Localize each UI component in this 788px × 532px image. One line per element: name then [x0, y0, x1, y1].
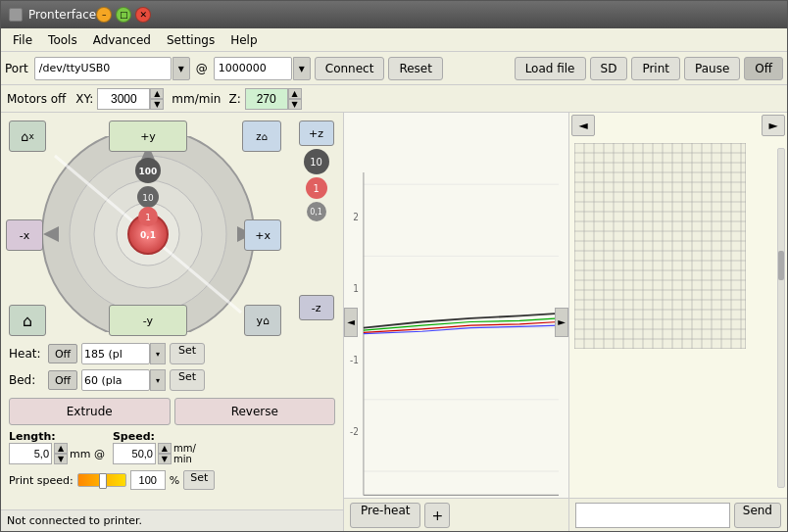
print-speed-slider[interactable]	[77, 473, 126, 487]
xy-speed-spinbox[interactable]: ▲ ▼	[97, 88, 164, 110]
bed-value: 60 (pla	[84, 374, 123, 387]
z-speed-1[interactable]: 1	[306, 177, 327, 199]
grid-display	[569, 138, 787, 498]
jog-area: ⌂x +y z⌂	[1, 113, 343, 338]
chart-scroll-left[interactable]: ◄	[344, 308, 358, 337]
z-speed-spinners[interactable]: ▲ ▼	[288, 88, 302, 110]
extrude-button[interactable]: Extrude	[9, 398, 171, 425]
z-speed-down[interactable]: ▼	[288, 99, 302, 110]
home-bottom-icon: ⌂	[23, 312, 32, 330]
y-minus-button[interactable]: -y	[109, 305, 187, 336]
preheat-button[interactable]: Pre-heat	[350, 503, 420, 528]
port-combo[interactable]: /dev/ttyUSB0	[34, 57, 172, 80]
menu-file[interactable]: File	[5, 31, 40, 49]
xy-speed-spinners[interactable]: ▲ ▼	[150, 88, 164, 110]
bed-status: Off	[48, 370, 77, 390]
heat-row: Heat: Off 185 (pl ▾ Set	[9, 342, 335, 365]
svg-text:2: 2	[353, 211, 359, 222]
xy-label-icon: x	[28, 131, 33, 141]
maximize-button[interactable]: □	[116, 7, 131, 23]
svg-text:100: 100	[139, 167, 158, 176]
y-home-button[interactable]: y⌂	[244, 305, 281, 336]
length-group: Length: ▲ ▼ mm @	[9, 430, 105, 464]
xy-speed-down[interactable]: ▼	[150, 99, 164, 110]
pause-button[interactable]: Pause	[684, 57, 740, 80]
preheat-plus-button[interactable]: +	[424, 503, 450, 528]
bed-set-button[interactable]: Set	[170, 369, 205, 391]
grid-scrollbar-thumb[interactable]	[778, 251, 784, 280]
status-bar: Not connected to printer.	[1, 509, 343, 531]
x-minus-button[interactable]: -x	[6, 219, 43, 251]
reverse-button[interactable]: Reverse	[174, 398, 336, 425]
z-plus-button[interactable]: +z	[299, 121, 334, 146]
motors-label: Motors off	[7, 92, 66, 106]
xy-speed-input[interactable]	[97, 88, 150, 110]
load-file-button[interactable]: Load file	[515, 57, 586, 80]
menu-tools[interactable]: Tools	[40, 31, 85, 49]
speed-unit: mm/min	[173, 443, 196, 464]
window-controls: – □ ✕	[96, 7, 151, 23]
length-down[interactable]: ▼	[54, 454, 68, 464]
menu-bar: File Tools Advanced Settings Help	[1, 28, 787, 52]
nav-buttons: ◄ ►	[569, 113, 787, 138]
print-button[interactable]: Print	[631, 57, 680, 80]
menu-advanced[interactable]: Advanced	[85, 31, 159, 49]
port-combo-arrow[interactable]: ▾	[172, 57, 190, 80]
xy-speed-up[interactable]: ▲	[150, 88, 164, 99]
length-up[interactable]: ▲	[54, 443, 68, 454]
menu-help[interactable]: Help	[222, 31, 265, 49]
xy-jog-pad: ⌂x +y z⌂	[1, 113, 289, 338]
z-speed-01[interactable]: 0,1	[307, 202, 326, 221]
z-label-top: z⌂	[256, 131, 268, 142]
sd-button[interactable]: SD	[590, 57, 628, 80]
nav-left-button[interactable]: ◄	[571, 115, 595, 136]
off-button[interactable]: Off	[744, 57, 783, 80]
length-input[interactable]	[9, 443, 52, 464]
chart-scroll-right[interactable]: ►	[555, 308, 568, 337]
length-speed-row: Length: ▲ ▼ mm @ Speed:	[1, 427, 343, 467]
speed-down[interactable]: ▼	[158, 454, 172, 464]
heat-set-button[interactable]: Set	[170, 343, 205, 364]
y-plus-button[interactable]: +y	[109, 121, 187, 152]
grid-visualization	[574, 143, 746, 349]
length-spinners[interactable]: ▲ ▼	[54, 443, 68, 464]
print-speed-label: Print speed:	[9, 474, 74, 487]
grid-scrollbar[interactable]	[777, 148, 785, 488]
reset-button[interactable]: Reset	[388, 57, 443, 80]
z-speed-10[interactable]: 10	[304, 149, 329, 174]
baud-combo-arrow[interactable]: ▾	[293, 57, 311, 80]
z-speed-up[interactable]: ▲	[288, 88, 302, 99]
z-minus-button[interactable]: -z	[299, 295, 334, 320]
bed-combo-arrow[interactable]: ▾	[150, 369, 166, 391]
connect-button[interactable]: Connect	[315, 57, 385, 80]
speed-input-row: ▲ ▼ mm/min	[113, 443, 196, 464]
command-input[interactable]	[575, 503, 730, 528]
print-speed-set-button[interactable]: Set	[183, 470, 215, 490]
heat-bed-area: Heat: Off 185 (pl ▾ Set Bed: Off	[1, 338, 343, 396]
speed-label: Speed:	[113, 430, 196, 443]
z-speed-input[interactable]	[245, 88, 288, 110]
y-plus-label: +y	[140, 130, 156, 143]
print-speed-input[interactable]	[130, 470, 166, 490]
home-bottom-button[interactable]: ⌂	[9, 305, 46, 336]
nav-right-button[interactable]: ►	[762, 115, 785, 136]
z-speed-spinbox[interactable]: ▲ ▼	[245, 88, 302, 110]
bed-label: Bed:	[9, 373, 44, 387]
menu-settings[interactable]: Settings	[159, 31, 222, 49]
extrude-row: Extrude Reverse	[1, 396, 343, 427]
x-plus-label: +x	[255, 229, 271, 242]
heat-value-combo[interactable]: 185 (pl	[81, 343, 150, 364]
speed-input[interactable]	[113, 443, 156, 464]
close-button[interactable]: ✕	[135, 7, 151, 23]
heat-combo-arrow[interactable]: ▾	[150, 343, 166, 364]
baud-combo[interactable]: 1000000	[214, 57, 292, 80]
toolbar: Port /dev/ttyUSB0 ▾ @ 1000000 ▾ Connect …	[1, 52, 787, 85]
bed-value-combo[interactable]: 60 (pla	[81, 369, 150, 391]
speed-up[interactable]: ▲	[158, 443, 172, 454]
home-xy-button[interactable]: ⌂x	[9, 121, 46, 152]
x-plus-button[interactable]: +x	[244, 219, 281, 251]
z-home-label-btn[interactable]: z⌂	[242, 121, 281, 152]
speed-spinners[interactable]: ▲ ▼	[158, 443, 172, 464]
send-button[interactable]: Send	[734, 503, 781, 528]
minimize-button[interactable]: –	[96, 7, 112, 23]
